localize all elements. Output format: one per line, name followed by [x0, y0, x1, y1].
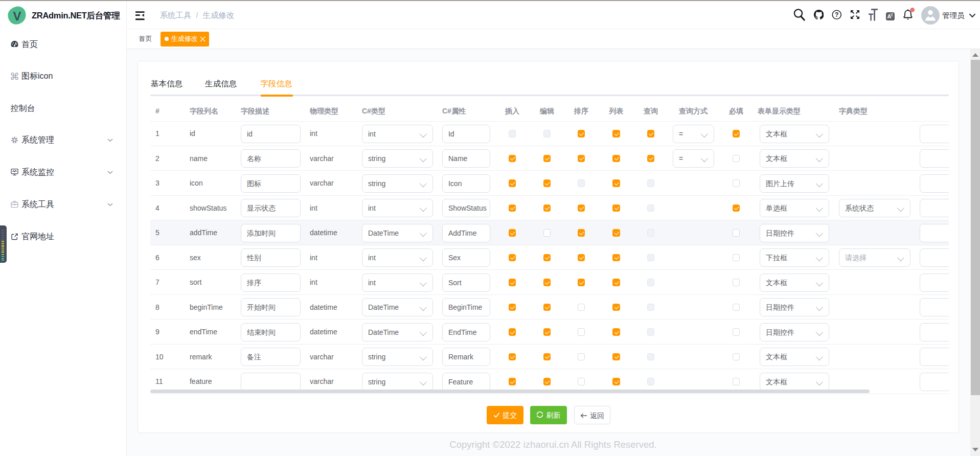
svg-text:?: ? [835, 11, 838, 18]
svg-text:V: V [13, 9, 21, 23]
